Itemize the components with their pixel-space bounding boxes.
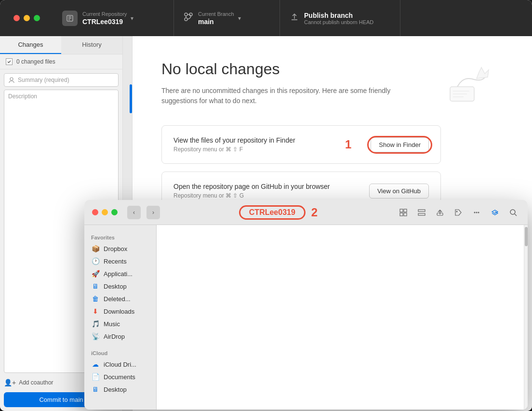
finder-body: Favorites 📦 Dropbox 🕐 Recents 🚀 Applicat…: [84, 225, 528, 410]
svg-point-23: [456, 211, 458, 212]
sidebar-item-desktop[interactable]: 🖥 Desktop: [84, 280, 156, 292]
repo-icon: [62, 11, 78, 26]
sidebar-item-deleted-label: Deleted...: [104, 295, 131, 303]
finder-min-btn[interactable]: [102, 209, 108, 215]
svg-point-24: [474, 212, 476, 213]
show-in-finder-button[interactable]: Show in Finder: [371, 137, 429, 152]
finder-traffic-lights: [92, 209, 118, 215]
add-coauthor-icon: 👤+: [4, 379, 16, 386]
sidebar-item-applications-label: Applicati...: [104, 270, 133, 278]
github-action-shortcut: Repository menu or ⌘ ⇧ G: [173, 192, 359, 199]
repo-text: Current Repository CTRLee0319: [82, 11, 127, 26]
changed-files-row: 0 changed files: [0, 54, 122, 69]
summary-field[interactable]: Summary (required): [4, 73, 119, 87]
branch-text: Current Branch main: [198, 11, 234, 26]
sidebar-tabs: Changes History: [0, 36, 122, 54]
svg-point-10: [10, 78, 13, 80]
traffic-lights: [6, 15, 48, 21]
finder-content: [157, 225, 524, 410]
sidebar-item-recents-label: Recents: [104, 258, 127, 265]
airdrop-icon: 📡: [91, 332, 100, 340]
sidebar-item-documents[interactable]: 📄 Documents: [84, 371, 156, 383]
illustration: [445, 65, 493, 106]
repo-label: Current Repository: [82, 11, 127, 17]
sidebar-item-downloads[interactable]: ⬇ Downloads: [84, 305, 156, 318]
sidebar-item-downloads-label: Downloads: [104, 308, 134, 315]
finder-scrollbar-thumb[interactable]: [525, 227, 528, 246]
downloads-icon: ⬇: [91, 307, 100, 315]
finder-forward-btn[interactable]: ›: [146, 206, 160, 219]
publish-label: Publish branch: [304, 12, 373, 19]
finder-sidebar: Favorites 📦 Dropbox 🕐 Recents 🚀 Applicat…: [84, 225, 157, 410]
finder-tag-icon[interactable]: [452, 206, 465, 219]
finder-more-icon[interactable]: [470, 206, 483, 219]
tab-changes[interactable]: Changes: [0, 36, 61, 54]
action-card-finder: View the files of your repository in Fin…: [161, 125, 441, 164]
finder-share-icon[interactable]: [433, 206, 447, 219]
publish-icon: [290, 12, 299, 24]
deleted-icon: 🗑: [91, 295, 100, 303]
current-repository-section[interactable]: Current Repository CTRLee0319 ▾: [53, 0, 174, 36]
step-number-1: 1: [345, 138, 351, 151]
publish-sub: Cannot publish unborn HEAD: [304, 19, 373, 25]
sidebar-item-desktop-icloud[interactable]: 🖥 Desktop: [84, 383, 156, 396]
sidebar-item-music-label: Music: [104, 320, 120, 328]
avatar-icon: [8, 77, 15, 83]
sidebar-item-icloud-drive[interactable]: ☁ iCloud Dri...: [84, 358, 156, 371]
svg-line-28: [515, 214, 517, 216]
no-changes-desc: There are no uncommitted changes in this…: [161, 86, 402, 106]
finder-max-btn[interactable]: [111, 209, 118, 215]
music-icon: 🎵: [91, 320, 100, 328]
finder-scrollbar: [524, 225, 528, 410]
github-action-title: Open the repository page on GitHub in yo…: [173, 183, 359, 190]
sidebar-item-icloud-drive-label: iCloud Dri...: [104, 361, 136, 368]
action-card-finder-info: View the files of your repository in Fin…: [173, 136, 335, 153]
icloud-label: iCloud: [84, 346, 156, 358]
maximize-button[interactable]: [34, 15, 40, 21]
publish-branch-section[interactable]: Publish branch Cannot publish unborn HEA…: [280, 0, 400, 36]
sidebar-item-dropbox-label: Dropbox: [104, 245, 127, 252]
action-card-github-info: Open the repository page on GitHub in yo…: [173, 183, 359, 199]
svg-point-6: [185, 18, 187, 21]
current-branch-section[interactable]: Current Branch main ▾: [174, 0, 280, 36]
sidebar-item-recents[interactable]: 🕐 Recents: [84, 255, 156, 267]
branch-icon: [184, 12, 193, 24]
no-changes-title: No local changes: [161, 60, 402, 78]
desktop-icloud-icon: 🖥: [91, 385, 100, 393]
svg-point-25: [476, 212, 478, 213]
sidebar-item-airdrop-label: AirDrop: [104, 333, 125, 340]
changed-files-count: 0 changed files: [16, 58, 55, 65]
finder-search-icon[interactable]: [506, 206, 520, 219]
sidebar-item-dropbox[interactable]: 📦 Dropbox: [84, 242, 156, 255]
finder-dropbox-icon[interactable]: [488, 206, 502, 219]
close-button[interactable]: [13, 15, 20, 21]
sidebar-item-desktop-label: Desktop: [104, 283, 127, 290]
svg-point-27: [510, 210, 515, 214]
finder-path: CTRLee0319 2: [166, 205, 391, 220]
summary-placeholder: Summary (required): [18, 77, 69, 83]
svg-rect-19: [418, 210, 425, 212]
finder-close-btn[interactable]: [92, 209, 98, 215]
finder-window: ‹ › CTRLee0319 2: [84, 200, 528, 410]
svg-rect-15: [400, 209, 403, 212]
svg-rect-18: [404, 213, 407, 216]
sidebar-item-applications[interactable]: 🚀 Applicati...: [84, 267, 156, 280]
finder-back-btn[interactable]: ‹: [127, 206, 141, 219]
tab-history[interactable]: History: [61, 36, 122, 54]
minimize-button[interactable]: [24, 15, 30, 21]
select-all-checkbox[interactable]: [6, 58, 13, 65]
branch-label: Current Branch: [198, 11, 234, 17]
favorites-label: Favorites: [84, 231, 156, 242]
view-on-github-button[interactable]: View on GitHub: [369, 184, 429, 199]
sidebar-item-music[interactable]: 🎵 Music: [84, 318, 156, 330]
finder-view-list-icon[interactable]: [415, 206, 428, 219]
finder-view-grid-icon[interactable]: [397, 206, 410, 219]
add-coauthor-label: Add coauthor: [19, 379, 53, 386]
title-bar: Current Repository CTRLee0319 ▾ Current …: [0, 0, 532, 36]
svg-point-26: [478, 212, 479, 213]
finder-action-title: View the files of your repository in Fin…: [173, 136, 335, 144]
finder-action-shortcut: Repository menu or ⌘ ⇧ F: [173, 146, 335, 153]
sidebar-item-deleted[interactable]: 🗑 Deleted...: [84, 292, 156, 305]
finder-title-bar: ‹ › CTRLee0319 2: [84, 200, 528, 225]
sidebar-item-airdrop[interactable]: 📡 AirDrop: [84, 330, 156, 343]
